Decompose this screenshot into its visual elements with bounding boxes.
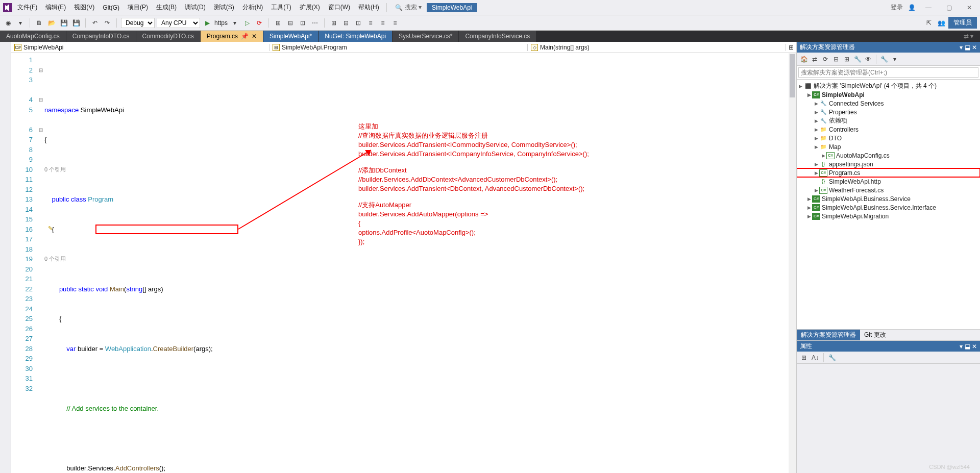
more-icon[interactable]: ▾ — [890, 54, 900, 64]
prop-wrench-icon[interactable]: 🔧 — [827, 353, 837, 363]
tree-node[interactable]: ▶🔧依赖项 — [797, 116, 980, 125]
show-all-icon[interactable]: ⊞ — [842, 54, 852, 64]
scrollbar-thumb[interactable] — [790, 54, 795, 97]
admin-button[interactable]: 管理员 — [948, 17, 977, 29]
menu-git[interactable]: Git(G) — [100, 3, 122, 12]
save-icon[interactable]: 💾 — [59, 18, 69, 28]
solution-search-input[interactable] — [798, 67, 978, 78]
tb-icon-1[interactable]: ⊞ — [273, 18, 283, 28]
tb-icon-5[interactable]: ⊞ — [329, 18, 339, 28]
tree-node[interactable]: ▶🔧Properties — [797, 108, 980, 116]
save-all-icon[interactable]: 💾 — [71, 18, 81, 28]
menu-edit[interactable]: 编辑(E) — [42, 2, 69, 13]
solution-root[interactable]: ▶ ⬛ 解决方案 'SimpleWebApi' (4 个项目，共 4 个) — [797, 82, 980, 90]
tab-simplewebapi-proj[interactable]: SimpleWebApi* — [263, 31, 318, 42]
codelens-refs[interactable]: 0 个引用 — [44, 165, 66, 175]
undo-icon[interactable]: ↶ — [90, 18, 100, 28]
split-editor-icon[interactable]: ⊞ — [786, 44, 796, 51]
tb-icon-2[interactable]: ⊟ — [285, 18, 296, 28]
tree-node[interactable]: ▶📁Controllers — [797, 125, 980, 134]
tree-node[interactable]: ▶C#Program.cs — [797, 168, 980, 177]
tree-node[interactable]: ▶📁DTO — [797, 134, 980, 142]
vertical-scrollbar[interactable] — [789, 53, 796, 473]
tab-overflow-icon[interactable]: ⇄ ▾ — [958, 31, 980, 42]
menu-help[interactable]: 帮助(H) — [355, 2, 382, 13]
live-share-icon[interactable]: 👥 — [936, 18, 946, 28]
maximize-icon[interactable]: ▢ — [941, 4, 957, 11]
menu-extensions[interactable]: 扩展(X) — [297, 2, 323, 13]
home-icon[interactable]: 🏠 — [799, 54, 809, 64]
code-content[interactable]: namespace SimpleWebApi { 0 个引用 public cl… — [44, 53, 796, 473]
run-dropdown-icon[interactable]: ▾ — [230, 18, 240, 28]
tb-icon-9[interactable]: ≡ — [378, 18, 388, 28]
solution-tree[interactable]: ▶ ⬛ 解决方案 'SimpleWebApi' (4 个项目，共 4 个) ▶C… — [797, 80, 980, 329]
breadcrumb-type[interactable]: ⊞SimpleWebApi.Program — [270, 44, 528, 51]
tree-node[interactable]: ▶C#SimpleWebApi.Business.Service.Interfa… — [797, 203, 980, 212]
categorize-icon[interactable]: ⊞ — [799, 353, 809, 363]
tree-node[interactable]: ▶{}appsettings.json — [797, 160, 980, 168]
open-icon[interactable]: 📂 — [46, 18, 57, 28]
menu-project[interactable]: 项目(P) — [125, 2, 151, 13]
menu-test[interactable]: 测试(S) — [211, 2, 237, 13]
search-box[interactable]: 🔍 搜索 ▾ — [395, 3, 422, 12]
code-editor[interactable]: 1234567891011121314151617181920212223242… — [11, 53, 796, 473]
back-icon[interactable]: ◉ — [3, 18, 13, 28]
tb-icon-8[interactable]: ≡ — [365, 18, 376, 28]
tab-auotomapconfig[interactable]: AuotoMapConfig.cs — [0, 31, 66, 42]
codelens-refs[interactable]: 0 个引用 — [44, 254, 66, 264]
tab-program[interactable]: Program.cs📌✕ — [201, 31, 263, 42]
minimize-icon[interactable]: — — [921, 4, 936, 11]
forward-icon[interactable]: ▾ — [15, 18, 26, 28]
preview-icon[interactable]: 👁 — [863, 54, 873, 64]
left-toolwindow-collapsed[interactable] — [0, 42, 11, 473]
tb-icon-4[interactable]: ⋯ — [310, 18, 320, 28]
close-tab-icon[interactable]: ✕ — [252, 33, 257, 40]
menu-debug[interactable]: 调试(D) — [182, 2, 209, 13]
tb-icon-3[interactable]: ⊡ — [298, 18, 308, 28]
menu-build[interactable]: 生成(B) — [153, 2, 180, 13]
run-nodebug-icon[interactable]: ▷ — [242, 18, 252, 28]
login-link[interactable]: 登录 — [891, 3, 903, 12]
menu-tools[interactable]: 工具(T) — [268, 2, 294, 13]
tree-node[interactable]: ▶C#WeatherForecast.cs — [797, 186, 980, 194]
new-project-icon[interactable]: 🗎 — [34, 18, 44, 28]
ctx-tab-solution[interactable]: 解决方案资源管理器 — [797, 330, 860, 340]
sort-icon[interactable]: A↓ — [810, 353, 820, 363]
collapse-icon[interactable]: ⊟ — [831, 54, 841, 64]
breadcrumb-member[interactable]: ◇Main(string[] args) — [528, 44, 786, 51]
close-icon[interactable]: ✕ — [962, 4, 977, 11]
menu-window[interactable]: 窗口(W) — [325, 2, 353, 13]
tree-node[interactable]: ▶C#AuotoMapConfig.cs — [797, 151, 980, 160]
breadcrumb-scope[interactable]: C#SimpleWebApi — [11, 44, 270, 51]
run-icon[interactable]: ▶ — [202, 18, 212, 28]
tree-node[interactable]: ▶C#SimpleWebApi — [797, 90, 980, 99]
tree-node[interactable]: ▶C#SimpleWebApi.Migration — [797, 212, 980, 220]
menu-analyze[interactable]: 分析(N) — [239, 2, 266, 13]
config-select[interactable]: Debug — [121, 18, 155, 28]
platform-select[interactable]: Any CPU — [157, 18, 200, 28]
tb-icon-6[interactable]: ⊟ — [341, 18, 351, 28]
ctx-tab-git[interactable]: Git 更改 — [860, 330, 890, 340]
tb-icon-10[interactable]: ≡ — [390, 18, 400, 28]
tab-nuget[interactable]: NuGet: SimpleWebApi — [318, 31, 393, 42]
tab-commoditydto[interactable]: CommodityDTO.cs — [136, 31, 201, 42]
tree-node[interactable]: ▶📁Map — [797, 142, 980, 151]
redo-icon[interactable]: ↷ — [102, 18, 112, 28]
tb-icon-7[interactable]: ⊡ — [353, 18, 363, 28]
tree-node[interactable]: ▶C#SimpleWebApi.Business.Service — [797, 194, 980, 203]
wrench-icon[interactable]: 🔧 — [879, 54, 889, 64]
tab-companyinfoservice[interactable]: CompanyInfoService.cs — [459, 31, 536, 42]
tree-node[interactable]: ▶🔧Connected Services — [797, 99, 980, 108]
tab-sysuserservice[interactable]: SysUserService.cs* — [393, 31, 459, 42]
run-label[interactable]: https — [214, 19, 228, 27]
tab-companyinfodto[interactable]: CompanyInfoDTO.cs — [66, 31, 136, 42]
pin-icon[interactable]: 📌 — [241, 33, 249, 40]
refresh-icon[interactable]: ⟳ — [820, 54, 830, 64]
menu-view[interactable]: 视图(V) — [71, 2, 97, 13]
menu-file[interactable]: 文件(F) — [14, 2, 40, 13]
share-icon[interactable]: ⇱ — [924, 18, 934, 28]
hot-reload-icon[interactable]: ⟳ — [254, 18, 264, 28]
login-avatar-icon[interactable]: 👤 — [908, 4, 916, 11]
pin-panel-icon[interactable]: ▾ ⬓ ✕ — [960, 343, 977, 350]
sync-icon[interactable]: ⇄ — [810, 54, 820, 64]
